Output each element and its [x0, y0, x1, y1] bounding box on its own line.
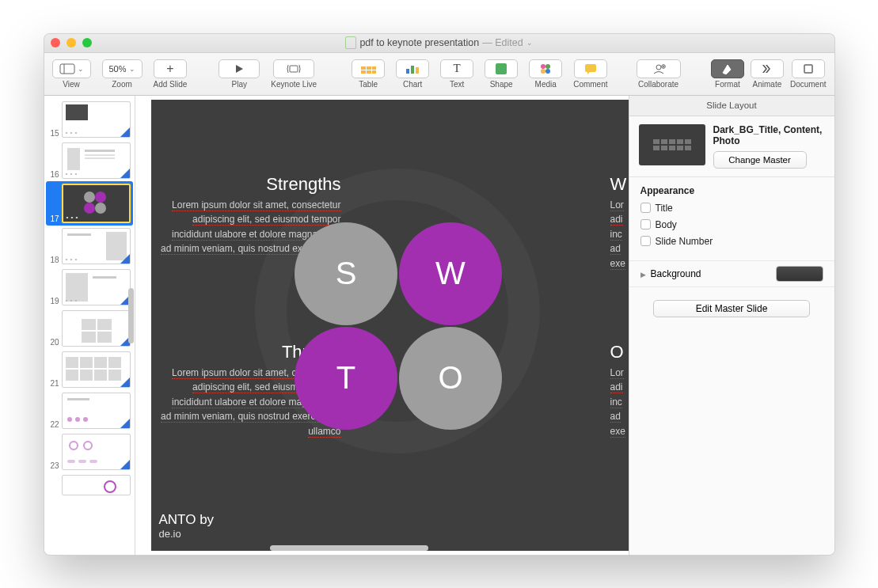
svg-rect-13: [496, 63, 507, 74]
footer-line-1: ANTO by: [159, 512, 215, 528]
table-button[interactable]: [352, 59, 385, 78]
svg-rect-11: [411, 66, 414, 74]
add-slide-label: Add Slide: [154, 80, 188, 89]
canvas-scrollbar[interactable]: [230, 544, 619, 552]
svg-marker-24: [723, 65, 731, 74]
slide-thumb-20[interactable]: 20: [46, 308, 133, 349]
change-master-button[interactable]: Change Master: [713, 151, 807, 169]
document-icon: [803, 63, 814, 74]
content-area: 15⚬⚬⚬ 16⚬⚬⚬ 17⚬⚬⚬ 18⚬⚬⚬ 19⚬⚬⚬ 20 21 22 2…: [44, 96, 834, 555]
strengths-title: Strengths: [159, 171, 341, 198]
collaborate-button[interactable]: [637, 59, 681, 78]
add-slide-button[interactable]: +: [154, 59, 187, 78]
slide-thumb-17[interactable]: 17⚬⚬⚬: [46, 181, 133, 226]
titlebar[interactable]: pdf to keynote presentation — Edited ⌄: [44, 34, 834, 53]
opportunities-body-frag: Lor adi inc ad exe: [610, 367, 625, 438]
inspector-header[interactable]: Slide Layout: [629, 96, 834, 116]
animate-icon: [761, 63, 773, 74]
slide-thumb-19[interactable]: 19⚬⚬⚬: [46, 267, 133, 308]
media-button[interactable]: [529, 59, 562, 78]
window-edited-label: — Edited: [482, 37, 523, 48]
slide-navigator[interactable]: 15⚬⚬⚬ 16⚬⚬⚬ 17⚬⚬⚬ 18⚬⚬⚬ 19⚬⚬⚬ 20 21 22 2…: [44, 96, 135, 555]
text-icon: T: [454, 62, 461, 75]
zoom-value: 50%: [109, 64, 127, 74]
checkbox-icon[interactable]: [640, 236, 651, 246]
comment-label: Comment: [573, 80, 607, 89]
view-label: View: [63, 80, 80, 89]
appearance-label: Appearance: [640, 185, 823, 196]
text-label: Text: [450, 80, 464, 89]
text-button[interactable]: T: [440, 59, 473, 78]
weaknesses-block[interactable]: W Lor adi inc ad exe: [610, 171, 629, 271]
swot-circle-w[interactable]: W: [399, 222, 502, 325]
title-checkbox-label: Title: [656, 203, 673, 214]
slide[interactable]: Strengths Lorem ipsum dolor sit amet, co…: [151, 100, 629, 551]
zoom-label: Zoom: [112, 80, 132, 89]
svg-rect-3: [290, 66, 298, 72]
comment-button[interactable]: [574, 59, 607, 78]
chart-button[interactable]: [396, 59, 429, 78]
animate-label: Animate: [753, 80, 782, 89]
svg-rect-27: [804, 65, 812, 73]
collaborate-label: Collaborate: [638, 80, 678, 89]
svg-marker-2: [236, 65, 243, 73]
svg-point-15: [545, 64, 550, 69]
slide-thumb-24[interactable]: [46, 472, 133, 498]
checkbox-icon[interactable]: [640, 219, 651, 230]
master-thumbnail[interactable]: [639, 124, 705, 165]
svg-rect-12: [416, 67, 419, 74]
view-button[interactable]: ⌄: [52, 59, 91, 78]
edit-master-slide-button[interactable]: Edit Master Slide: [653, 300, 810, 317]
svg-rect-9: [372, 70, 376, 74]
chart-icon: [405, 63, 420, 74]
keynote-live-button[interactable]: [273, 59, 314, 78]
body-checkbox-row[interactable]: Body: [640, 219, 823, 230]
comment-icon: [584, 63, 597, 74]
play-icon: [234, 64, 244, 74]
appearance-section: Appearance Title Body Slide Number: [629, 176, 834, 260]
svg-rect-10: [406, 69, 409, 74]
background-swatch[interactable]: [776, 266, 823, 282]
shape-button[interactable]: [485, 59, 518, 78]
zoom-button[interactable]: 50% ⌄: [102, 59, 143, 78]
broadcast-icon: [286, 64, 302, 74]
footer-line-2: de.io: [159, 528, 215, 540]
slide-canvas[interactable]: Strengths Lorem ipsum dolor sit amet, co…: [135, 96, 629, 555]
media-icon: [539, 63, 552, 75]
format-button[interactable]: [711, 59, 744, 78]
swot-circle-o[interactable]: O: [399, 327, 502, 430]
background-row[interactable]: ▶Background: [629, 260, 834, 287]
master-name: Dark_BG_Title, Content, Photo: [713, 124, 823, 146]
slide-footer[interactable]: ANTO by de.io: [159, 512, 215, 540]
view-icon: [59, 63, 75, 74]
media-label: Media: [535, 80, 557, 89]
app-window: pdf to keynote presentation — Edited ⌄ ⌄…: [44, 33, 835, 556]
weaknesses-body-frag: Lor adi inc ad exe: [610, 199, 625, 270]
disclosure-triangle-icon[interactable]: ▶: [640, 271, 646, 279]
window-title[interactable]: pdf to keynote presentation — Edited ⌄: [44, 36, 834, 49]
slide-thumb-16[interactable]: 16⚬⚬⚬: [46, 140, 133, 181]
slide-thumb-18[interactable]: 18⚬⚬⚬: [46, 226, 133, 267]
title-checkbox-row[interactable]: Title: [640, 203, 823, 214]
opportunities-block[interactable]: O Lor adi inc ad exe: [610, 339, 629, 439]
animate-button[interactable]: [751, 59, 784, 78]
slide-thumb-15[interactable]: 15⚬⚬⚬: [46, 99, 133, 140]
document-button[interactable]: [792, 59, 825, 78]
chevron-down-icon: ⌄: [129, 65, 135, 73]
slide-thumb-23[interactable]: 23: [46, 431, 133, 472]
slide-thumb-22[interactable]: 22: [46, 390, 133, 431]
format-label: Format: [715, 80, 740, 89]
collaborate-icon: [652, 63, 666, 74]
svg-rect-5: [367, 66, 371, 70]
checkbox-icon[interactable]: [640, 203, 651, 213]
swot-circle-s[interactable]: S: [295, 222, 397, 325]
toolbar: ⌄ View 50% ⌄ Zoom + Add Slide Play Keyno…: [44, 53, 834, 96]
svg-point-20: [656, 65, 661, 70]
play-button[interactable]: [219, 59, 260, 78]
svg-rect-18: [585, 64, 596, 72]
navigator-scrollbar[interactable]: [128, 288, 134, 343]
slide-thumb-21[interactable]: 21: [46, 349, 133, 390]
slidenum-checkbox-row[interactable]: Slide Number: [640, 236, 823, 247]
slidenum-checkbox-label: Slide Number: [656, 236, 713, 247]
swot-circle-t[interactable]: T: [295, 327, 397, 430]
